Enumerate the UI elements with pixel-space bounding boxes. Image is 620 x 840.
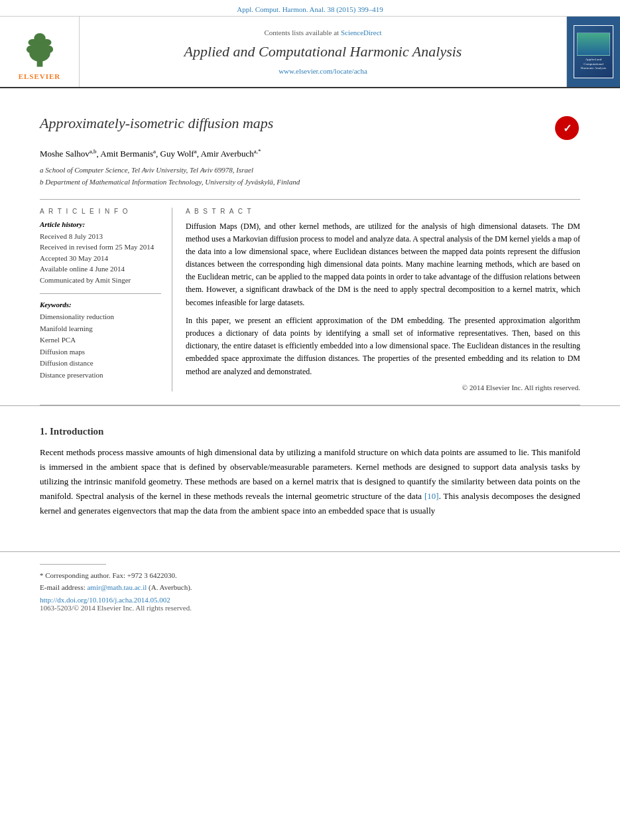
issn-line: 1063-5203/© 2014 Elsevier Inc. All right… — [40, 604, 580, 612]
two-column-layout: A R T I C L E I N F O Article history: R… — [40, 208, 580, 391]
paper-content: Approximately-isometric diffusion maps ✓… — [0, 88, 620, 405]
received-date: Received 8 July 2013 — [40, 231, 161, 242]
paper-title-section: Approximately-isometric diffusion maps ✓ — [40, 115, 580, 141]
intro-paragraph-1: Recent methods process massive amounts o… — [40, 445, 580, 518]
abstract-paragraph-1: Diffusion Maps (DM), and other kernel me… — [186, 220, 580, 309]
section-1-title: 1. Introduction — [40, 426, 580, 437]
elsevier-logo: ELSEVIER — [17, 23, 63, 80]
intro-text: Recent methods process massive amounts o… — [40, 445, 580, 518]
keyword-3: Kernel PCA — [40, 334, 161, 346]
crossmark-icon: ✓ — [555, 116, 579, 140]
footer-section: * Corresponding author. Fax: +972 3 6422… — [0, 551, 620, 618]
journal-title-section: Contents lists available at ScienceDirec… — [80, 17, 567, 87]
sciencedirect-link[interactable]: ScienceDirect — [341, 29, 382, 36]
svg-point-4 — [26, 45, 36, 53]
divider-keywords — [40, 293, 161, 294]
authors: Moshe Salhova,b, Amit Bermanisa, Guy Wol… — [40, 148, 580, 159]
cover-image: Applied andComputationalHarmonic Analysi… — [574, 25, 613, 78]
contents-label: Contents lists available at ScienceDirec… — [264, 29, 381, 36]
elsevier-name-text: ELSEVIER — [19, 72, 61, 80]
article-history: Article history: Received 8 July 2013 Re… — [40, 220, 161, 286]
abstract-paragraph-2: In this paper, we present an efficient a… — [186, 315, 580, 378]
abstract-column: A B S T R A C T Diffusion Maps (DM), and… — [186, 208, 580, 391]
elsevier-tree-icon — [17, 23, 63, 70]
footnote-separator — [40, 564, 106, 565]
journal-reference: Appl. Comput. Harmon. Anal. 38 (2015) 39… — [0, 0, 620, 17]
keyword-4: Diffusion maps — [40, 346, 161, 358]
svg-point-5 — [42, 45, 53, 53]
author-guy: Guy Wolf — [160, 149, 194, 159]
divider-1 — [40, 199, 580, 200]
ref-10[interactable]: [10] — [424, 491, 439, 501]
affiliations: a School of Computer Science, Tel Aviv U… — [40, 165, 580, 188]
paper-title: Approximately-isometric diffusion maps — [40, 115, 540, 132]
revised-date: Received in revised form 25 May 2014 — [40, 242, 161, 253]
copyright-line: © 2014 Elsevier Inc. All rights reserved… — [186, 384, 580, 391]
communicated-by: Communicated by Amit Singer — [40, 275, 161, 286]
keyword-1: Dimensionality reduction — [40, 311, 161, 323]
journal-url[interactable]: www.elsevier.com/locate/acha — [279, 67, 367, 75]
main-body: 1. Introduction Recent methods process m… — [0, 405, 620, 538]
author-moshe: Moshe Salhov — [40, 149, 90, 159]
doi-line[interactable]: http://dx.doi.org/10.1016/j.acha.2014.05… — [40, 596, 580, 604]
abstract-text: Diffusion Maps (DM), and other kernel me… — [186, 220, 580, 378]
author-amir: Amir Averbuch — [200, 149, 253, 159]
affiliation-a: a School of Computer Science, Tel Aviv U… — [40, 165, 580, 176]
cover-text: Applied andComputationalHarmonic Analysi… — [581, 58, 606, 71]
svg-point-6 — [28, 39, 37, 46]
keyword-6: Distance preservation — [40, 370, 161, 382]
journal-title: Applied and Computational Harmonic Analy… — [184, 43, 462, 60]
affiliation-b: b Department of Mathematical Information… — [40, 176, 580, 188]
article-info-heading: A R T I C L E I N F O — [40, 208, 161, 215]
journal-cover-thumbnail: Applied andComputationalHarmonic Analysi… — [567, 17, 620, 87]
keywords-section: Keywords: Dimensionality reduction Manif… — [40, 301, 161, 382]
abstract-heading: A B S T R A C T — [186, 208, 580, 215]
available-date: Available online 4 June 2014 — [40, 263, 161, 275]
journal-header: ELSEVIER Contents lists available at Sci… — [0, 17, 620, 88]
corresponding-author-note: * Corresponding author. Fax: +972 3 6422… — [40, 570, 580, 582]
author-amit: Amit Bermanis — [100, 149, 153, 159]
accepted-date: Accepted 30 May 2014 — [40, 253, 161, 264]
history-title: Article history: — [40, 220, 161, 228]
svg-point-7 — [42, 39, 51, 46]
article-info-column: A R T I C L E I N F O Article history: R… — [40, 208, 172, 391]
email-link[interactable]: amir@math.tau.ac.il — [87, 583, 147, 591]
email-line: E-mail address: amir@math.tau.ac.il (A. … — [40, 582, 580, 594]
keyword-5: Diffusion distance — [40, 358, 161, 370]
keywords-title: Keywords: — [40, 301, 161, 309]
crossmark-badge: ✓ — [554, 115, 580, 141]
elsevier-logo-section: ELSEVIER — [0, 17, 80, 87]
keyword-2: Manifold learning — [40, 323, 161, 335]
